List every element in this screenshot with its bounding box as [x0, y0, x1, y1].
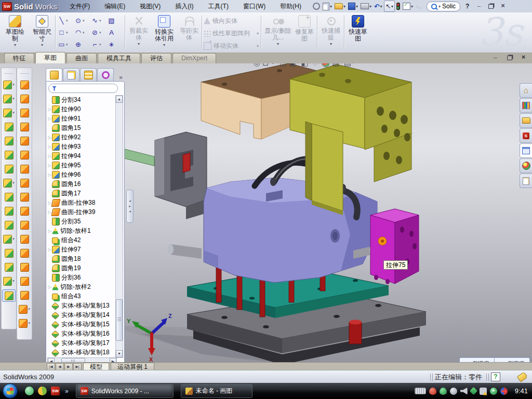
circle-button[interactable]: ⊙▾: [74, 15, 90, 26]
expand-arrow-icon[interactable]: ▷: [47, 172, 52, 177]
delete-face-button[interactable]: [18, 191, 31, 203]
quick-snaps-button[interactable]: 快速捕捉 ▾: [320, 15, 342, 51]
select-dropdown-icon[interactable]: ▾: [391, 4, 393, 9]
vertical-scroll-thumb[interactable]: [116, 299, 123, 341]
open-dropdown-icon[interactable]: ▾: [343, 4, 345, 9]
linear-pattern-button[interactable]: ▾: [3, 177, 15, 189]
point-button[interactable]: ∗: [107, 38, 124, 50]
trim-surface-button[interactable]: [18, 233, 31, 245]
reference-point-button[interactable]: ▾: [3, 233, 15, 245]
tab-评估[interactable]: 评估: [141, 53, 171, 63]
menu-item-3[interactable]: 插入(I): [168, 0, 201, 12]
swept-surface-button[interactable]: [18, 79, 31, 90]
restore-button[interactable]: [486, 3, 495, 10]
thicken-button[interactable]: [18, 275, 31, 287]
rapid-sketch-button[interactable]: 快速草图: [347, 15, 369, 51]
spline-button[interactable]: ∿▾: [90, 15, 107, 26]
move-entities-button[interactable]: 移动实体 ▾: [204, 39, 259, 52]
search-tab[interactable]: S: [520, 128, 532, 143]
offset-entities-button[interactable]: 等距实体: [179, 15, 200, 51]
expand-arrow-icon[interactable]: ▷: [47, 116, 52, 121]
select-button[interactable]: ↖▾: [384, 1, 395, 12]
tree-item[interactable]: 分割34: [47, 95, 116, 104]
tree-item[interactable]: ▷拉伸93: [47, 142, 116, 151]
tree-item[interactable]: ▷拉伸95: [47, 161, 116, 170]
previous-view-button[interactable]: ↶: [271, 63, 278, 68]
tree-item[interactable]: 分割35: [47, 217, 116, 226]
curve-button[interactable]: [3, 261, 15, 273]
sketch-button[interactable]: 草图绘制 ▾: [3, 15, 27, 51]
linear-sketch-pattern-button[interactable]: 线性草图阵列 ▾: [204, 27, 259, 39]
spline-tool-button[interactable]: ▾: [3, 275, 15, 287]
tree-item[interactable]: 圆角18: [47, 254, 116, 263]
tree-item[interactable]: ▷拉伸96: [47, 170, 116, 179]
tree-item[interactable]: 圆角15: [47, 123, 116, 132]
line-button[interactable]: ╲▾: [57, 15, 74, 26]
taskbar-button-solidworks[interactable]: SW SolidWorks 2009 - ...: [76, 384, 174, 398]
sync-icon[interactable]: [469, 387, 477, 395]
spline-tool-dropdown-icon[interactable]: ▾: [12, 279, 15, 283]
freeform-dropdown-icon[interactable]: ▾: [28, 307, 30, 311]
tab-特征[interactable]: 特征: [4, 53, 34, 63]
appearances-button[interactable]: [322, 63, 330, 67]
update-orb-icon[interactable]: [500, 388, 508, 395]
search-dropdown-icon[interactable]: ▾: [438, 4, 441, 9]
file-explorer-tab[interactable]: [520, 113, 532, 128]
arc-dropdown-icon[interactable]: ▾: [83, 31, 85, 35]
expand-arrow-icon[interactable]: ▷: [47, 107, 52, 112]
split-button[interactable]: [3, 191, 15, 203]
pin-button[interactable]: [312, 1, 321, 11]
tree-item[interactable]: 实体-移动/复制14: [47, 310, 116, 320]
extruded-boss-dropdown-icon[interactable]: ▾: [12, 83, 15, 87]
expand-arrow-icon[interactable]: ▷: [47, 229, 52, 233]
antivirus-shield-icon[interactable]: [429, 388, 436, 395]
tree-vertical-scrollbar[interactable]: ▲ ▼: [115, 95, 123, 358]
view-orientation-dropdown-icon[interactable]: ▾: [297, 63, 299, 65]
planar-surface-button[interactable]: [18, 149, 31, 161]
line-dropdown-icon[interactable]: ▾: [66, 19, 68, 23]
extruded-cut-dropdown-icon[interactable]: ▾: [12, 97, 15, 101]
featuremanager-tab[interactable]: [46, 68, 62, 81]
combine-button[interactable]: [3, 205, 15, 217]
view-palette-tab[interactable]: [520, 143, 532, 158]
text-button[interactable]: A: [107, 26, 124, 38]
mirror-entities-button[interactable]: 镜向实体: [204, 15, 259, 27]
help-button[interactable]: ?: [466, 3, 469, 10]
display-style-button[interactable]: ◧▾: [301, 63, 311, 68]
menu-item-6[interactable]: 帮助(H): [273, 0, 309, 12]
smart-dimension-dropdown-icon[interactable]: ▾: [41, 43, 43, 47]
print-dropdown-icon[interactable]: ▾: [369, 4, 371, 9]
utility-launcher-icon[interactable]: [38, 387, 47, 395]
display-delete-relations-button[interactable]: 显示/删除几... ▾: [264, 15, 292, 51]
undo-button[interactable]: ↶▾: [373, 1, 383, 11]
minimize-button[interactable]: [474, 3, 483, 10]
start-button[interactable]: [3, 383, 18, 398]
tree-item[interactable]: 圆角17: [47, 189, 116, 198]
menu-item-2[interactable]: 视图(V): [132, 0, 168, 12]
repair-sketch-button[interactable]: 修复草图: [294, 15, 315, 51]
taskbar-clock[interactable]: 9:41: [515, 387, 528, 395]
tree-item[interactable]: 实体-移动/复制13: [47, 301, 116, 310]
menu-item-0[interactable]: 文件(F): [62, 0, 97, 12]
view-settings-button[interactable]: ▤▾: [344, 63, 354, 68]
view-settings-dropdown-icon[interactable]: ▾: [352, 63, 354, 65]
instant3d-button[interactable]: [2, 289, 16, 302]
save-button[interactable]: ▾: [347, 1, 359, 11]
options-dropdown-icon[interactable]: ▾: [411, 4, 413, 9]
appearances-tab[interactable]: [520, 158, 532, 173]
untrim-surface-button[interactable]: [18, 247, 31, 259]
trim-entities-button[interactable]: 剪裁实体 ▾: [128, 15, 150, 51]
tree-item[interactable]: ▷拉伸91: [47, 114, 116, 123]
zoom-area-button[interactable]: ⊡: [262, 63, 269, 68]
tab-模具工具[interactable]: 模具工具: [98, 53, 140, 63]
tree-item[interactable]: ▷曲面-拉伸39: [47, 207, 116, 217]
tree-item[interactable]: ▷切除-放样1: [47, 226, 116, 235]
tree-filter-input[interactable]: [48, 84, 118, 93]
reference-point-dropdown-icon[interactable]: ▾: [12, 237, 15, 241]
tag-icon[interactable]: [517, 371, 528, 382]
surface-spline-button[interactable]: ▾: [18, 317, 31, 329]
print-button[interactable]: ▾: [360, 1, 373, 11]
scroll-right-icon[interactable]: ▶: [110, 358, 116, 362]
tree-item[interactable]: 组合42: [47, 235, 116, 245]
reference-axis-button[interactable]: [3, 247, 15, 259]
